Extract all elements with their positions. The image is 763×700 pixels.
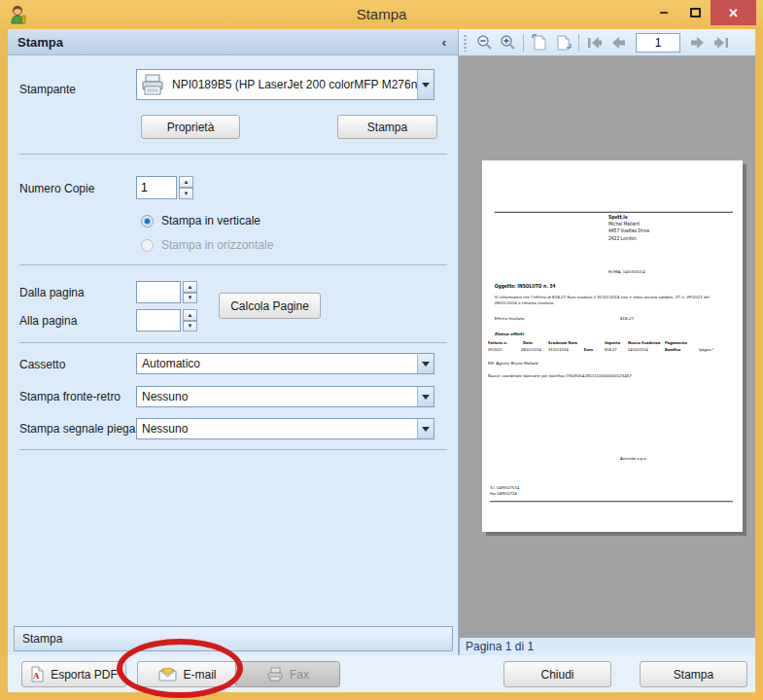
recipient-line: Spett.le — [608, 215, 628, 220]
to-page-up-button[interactable]: ▲ — [183, 309, 197, 321]
duplex-label: Stampa fronte-retro — [19, 390, 121, 403]
titlebar: Stampa – ✕ — [0, 0, 763, 29]
page-count-label: Pagina 1 di 1 — [466, 640, 534, 653]
table-cell: Bonifico — [665, 348, 680, 352]
separator — [19, 154, 447, 155]
to-page-input[interactable] — [136, 309, 181, 332]
landscape-label: Stampa in orizzontale — [161, 238, 273, 252]
to-page-stepper: ▲ ▼ — [136, 309, 197, 332]
printer-dropdown-button[interactable] — [417, 70, 434, 99]
fold-dropdown-button[interactable] — [417, 419, 434, 438]
print-dialog-window: Stampa – ✕ Stampa ‹ Stampante NPI0189B5 … — [0, 0, 763, 700]
calc-pages-button[interactable]: Calcola Pagine — [219, 293, 321, 319]
table-header: Pagamento — [665, 341, 687, 345]
duplex-dropdown-button[interactable] — [417, 387, 434, 406]
zoom-out-button[interactable] — [472, 31, 496, 54]
document-content: Spett.le Michel Mallard 4457 Vueltas Dri… — [482, 160, 743, 532]
page-number-input[interactable] — [636, 33, 680, 52]
collapse-chevron-icon[interactable]: ‹ — [442, 35, 446, 50]
next-page-icon — [689, 35, 707, 51]
orientation-portrait-radio[interactable]: Stampa in verticale — [141, 214, 260, 228]
fax-icon — [266, 667, 284, 682]
table-cell: VF/2021 — [488, 348, 503, 352]
from-page-up-button[interactable]: ▲ — [183, 281, 197, 293]
zoom-in-button[interactable] — [496, 31, 519, 54]
copies-input[interactable] — [136, 176, 177, 199]
from-page-label: Dalla pagina — [19, 286, 85, 299]
panel-header: Stampa ‹ — [8, 29, 458, 55]
close-dialog-button[interactable]: Chiudi — [503, 661, 611, 687]
first-page-button[interactable] — [583, 31, 607, 54]
chevron-down-icon — [422, 427, 430, 432]
from-page-input[interactable] — [136, 281, 181, 303]
table-header: Scadenza Rata — [548, 341, 577, 345]
panel-footer-bar[interactable]: Stampa — [14, 626, 453, 651]
chevron-down-icon — [422, 395, 430, 400]
chevron-down-icon — [422, 362, 430, 367]
fit-page-button[interactable] — [528, 31, 551, 54]
first-page-icon — [586, 35, 604, 51]
email-button[interactable]: E-mail — [137, 661, 238, 687]
last-page-button[interactable] — [710, 31, 733, 54]
properties-button[interactable]: Proprietà — [141, 115, 240, 139]
copies-up-button[interactable]: ▲ — [179, 176, 193, 188]
copies-down-button[interactable]: ▼ — [179, 188, 193, 199]
print-top-button[interactable]: Stampa — [337, 115, 437, 139]
from-page-down-button[interactable]: ▼ — [183, 293, 197, 304]
duplex-value: Nessuno — [137, 390, 417, 403]
footer-rule — [490, 501, 733, 502]
to-page-down-button[interactable]: ▼ — [183, 321, 197, 332]
iban-line: Nuove coordinate bancarie per bonifico I… — [488, 373, 632, 377]
table-cell: 04/02/2014 — [628, 348, 648, 352]
last-page-icon — [712, 35, 730, 51]
table-cell: 31/01/2014 — [548, 348, 569, 352]
properties-button-label: Proprietà — [167, 121, 215, 134]
close-dialog-label: Chiudi — [540, 668, 573, 682]
table-header: Fattura n. — [488, 341, 507, 345]
print-bottom-label: Stampa — [674, 668, 713, 682]
separator — [19, 264, 447, 265]
previous-page-button[interactable] — [607, 31, 630, 54]
orientation-landscape-radio: Stampa in orizzontale — [141, 238, 273, 252]
fit-width-icon — [555, 34, 572, 52]
agent-line: RIF. Agente Bruno Mallard — [488, 361, 538, 365]
preview-canvas[interactable]: Spett.le Michel Mallard 4457 Vueltas Dri… — [459, 56, 755, 637]
fax-button: Fax — [235, 661, 340, 687]
radio-selected-icon — [141, 215, 154, 228]
toolbar-separator — [523, 34, 524, 52]
separator — [19, 342, 447, 343]
fit-width-button[interactable] — [551, 31, 574, 54]
table-header: Nuova Scadenza — [628, 341, 660, 345]
document-page: Spett.le Michel Mallard 4457 Vueltas Dri… — [482, 160, 743, 532]
minimize-button[interactable]: – — [649, 0, 678, 25]
fold-select[interactable]: Nessuno — [136, 418, 434, 439]
calc-pages-button-label: Calcola Pagine — [230, 299, 309, 313]
table-header: Data — [523, 341, 533, 345]
pdf-icon: A — [30, 666, 45, 682]
duplex-select[interactable]: Nessuno — [136, 386, 434, 407]
printer-label: Stampante — [19, 83, 76, 96]
next-page-button[interactable] — [686, 31, 710, 54]
tray-label: Cassetto — [19, 358, 65, 371]
bottom-action-bar: A Esporta PDF E-mail Fax Chiudi Stampa — [8, 655, 755, 692]
tray-select[interactable]: Automatico — [136, 353, 434, 374]
table-cell: Euro — [584, 348, 593, 352]
table-cell: 818,27 — [605, 348, 617, 352]
toolbar-separator — [578, 34, 579, 52]
footer-fax: Fax 049552724 — [490, 492, 517, 496]
from-page-stepper: ▲ ▼ — [136, 281, 197, 303]
close-button[interactable]: ✕ — [711, 0, 756, 25]
export-pdf-button[interactable]: A Esporta PDF — [21, 661, 126, 687]
maximize-button[interactable] — [680, 0, 710, 25]
fit-page-icon — [532, 34, 548, 52]
signature-line: Azienda s.p.a — [620, 457, 646, 461]
panel-title: Stampa — [17, 35, 63, 50]
tray-dropdown-button[interactable] — [417, 354, 434, 373]
printer-select[interactable]: NPI0189B5 (HP LaserJet 200 colorMFP M276… — [136, 69, 434, 100]
toolbar-grip-icon — [464, 34, 467, 52]
footer-tel: Tel. 0495527514 — [490, 486, 519, 490]
copies-label: Numero Copie — [19, 182, 94, 195]
recipient-line: Michel Mallard — [608, 222, 640, 227]
print-bottom-button[interactable]: Stampa — [640, 661, 747, 687]
amount-label: Effetto Insoluto — [495, 317, 525, 321]
